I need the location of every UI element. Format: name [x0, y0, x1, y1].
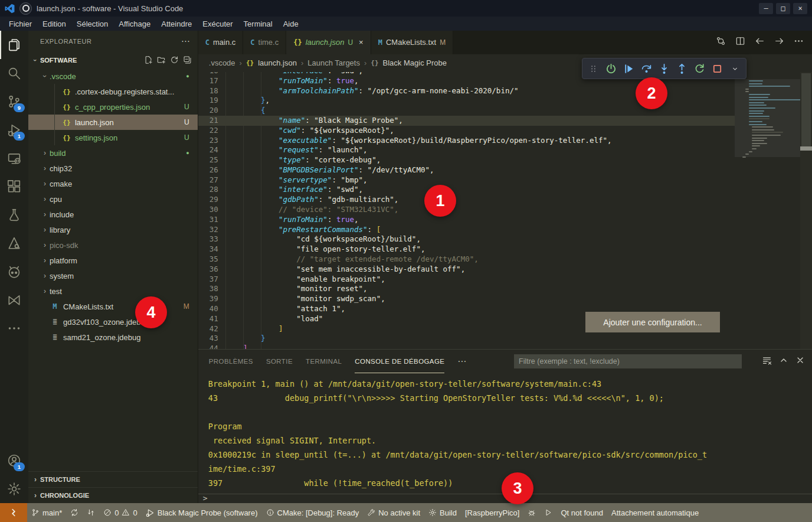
- status-main[interactable]: main*: [27, 508, 66, 517]
- tree-item-library[interactable]: ›library: [28, 222, 198, 237]
- activity-cmake[interactable]: [0, 229, 28, 257]
- chevron-up-button[interactable]: [779, 355, 788, 367]
- debug-step-over-button[interactable]: [639, 60, 654, 77]
- code-line-21[interactable]: 21 "name": "Black Magic Probe",: [198, 116, 735, 126]
- activity-remote-explorer[interactable]: [0, 144, 28, 172]
- tree-item-cmake[interactable]: ›cmake: [28, 176, 198, 191]
- new-folder-button[interactable]: [157, 56, 166, 66]
- menu-terminal[interactable]: Terminal: [238, 19, 278, 28]
- menu-aide[interactable]: Aide: [278, 19, 304, 28]
- panel-tab-proble-mes[interactable]: PROBLÈMES: [209, 350, 253, 373]
- code-line-39[interactable]: 39 "monitor swdp_scan",: [198, 294, 735, 304]
- status-play[interactable]: [540, 508, 556, 517]
- menu-se-lection[interactable]: Sélection: [71, 19, 113, 28]
- remote-indicator[interactable]: [0, 503, 27, 522]
- status-attachement-automatique[interactable]: Attachement automatique: [607, 508, 703, 517]
- tab-time-c[interactable]: Ctime.c: [243, 31, 286, 54]
- status-bug[interactable]: [523, 508, 540, 517]
- menu-fichier[interactable]: Fichier: [4, 19, 37, 28]
- code-line-22[interactable]: 22 "cwd": "${workspaceRoot}",: [198, 126, 735, 136]
- tree-item-cpu[interactable]: ›cpu: [28, 191, 198, 207]
- code-line-44[interactable]: 44 ]: [198, 344, 735, 349]
- tab-launch-json[interactable]: {}launch.jsonU×: [286, 31, 371, 54]
- tree-item-chip32[interactable]: ›chip32: [28, 161, 198, 176]
- add-configuration-button[interactable]: Ajouter une configuration...: [585, 312, 720, 332]
- menu-exe-cuter[interactable]: Exécuter: [197, 19, 238, 28]
- breadcrumb-item-vscode[interactable]: .vscode: [209, 58, 235, 67]
- tree-item-vscode[interactable]: ›.vscode●: [28, 68, 198, 84]
- tab-main-c[interactable]: Cmain.c: [198, 31, 244, 54]
- code-line-31[interactable]: 31 "runToMain": true,: [198, 215, 735, 225]
- debug-dropdown-button[interactable]: [727, 60, 743, 77]
- problems-status[interactable]: 00: [99, 508, 141, 517]
- section-chronologie[interactable]: ›CHRONOLOGIE: [28, 487, 198, 503]
- new-file-button[interactable]: [144, 56, 153, 66]
- debug-drag-grip-button[interactable]: [585, 60, 601, 77]
- status-qt-not-found[interactable]: Qt not found: [556, 508, 607, 517]
- sidebar-more-icon[interactable]: ⋯: [181, 36, 191, 47]
- tab-cmakelists-txt[interactable]: MCMakeLists.txtM: [371, 31, 453, 54]
- status-sync[interactable]: [66, 508, 83, 517]
- activity-run-debug[interactable]: 1: [0, 116, 28, 144]
- code-line-26[interactable]: 26 "BMPGDBSerialPort": "/dev/ttyACM0",: [198, 165, 735, 175]
- open-changes-button[interactable]: [716, 36, 726, 48]
- section-structure[interactable]: ›STRUCTURE: [28, 471, 198, 487]
- debug-step-into-button[interactable]: [656, 60, 672, 77]
- tree-item-pico-sdk[interactable]: ›pico-sdk: [28, 237, 198, 253]
- code-line-25[interactable]: 25 "type": "cortex-debug",: [198, 155, 735, 165]
- minimize-button[interactable]: –: [759, 3, 773, 14]
- maximize-button[interactable]: □: [776, 3, 790, 14]
- activity-more[interactable]: [0, 314, 28, 342]
- menu-affichage[interactable]: Affichage: [113, 19, 156, 28]
- status-compare-changes[interactable]: [83, 508, 99, 517]
- close-x-button[interactable]: [795, 355, 805, 367]
- panel-more-icon[interactable]: ⋯: [457, 356, 467, 367]
- clear-console-button[interactable]: [762, 355, 772, 368]
- activity-visual-studio[interactable]: [0, 286, 28, 314]
- tree-item-launch-json[interactable]: {}launch.jsonU: [28, 115, 198, 130]
- menu-edition[interactable]: Edition: [37, 19, 71, 28]
- activity-platformio[interactable]: [0, 257, 28, 286]
- tree-item-platform[interactable]: ›platform: [28, 253, 198, 268]
- code-line-43[interactable]: 43 }: [198, 334, 735, 344]
- tree-item-cmakelists-txt[interactable]: MCMakeLists.txtM: [28, 299, 198, 314]
- debug-stop-button[interactable]: [709, 60, 725, 77]
- split-editor-button[interactable]: [735, 36, 745, 48]
- tree-item-c-cpp-properties-json[interactable]: {}c_cpp_properties.jsonU: [28, 99, 198, 115]
- status-build[interactable]: Build: [424, 508, 461, 517]
- tree-item-test[interactable]: ›test: [28, 283, 198, 299]
- code-line-34[interactable]: 34 "file open-story-teller.elf",: [198, 244, 735, 255]
- tree-item-build[interactable]: ›build●: [28, 145, 198, 161]
- code-line-33[interactable]: 33 "cd ${workspaceRoot}/build",: [198, 234, 735, 244]
- debug-start-button[interactable]: [603, 60, 619, 77]
- section-software[interactable]: › SOFTWARE: [28, 52, 198, 68]
- activity-accounts[interactable]: 1: [0, 446, 28, 475]
- refresh-button[interactable]: [170, 56, 179, 66]
- code-line-37[interactable]: 37 "enable breakpoint",: [198, 275, 735, 285]
- status-no-active-kit[interactable]: No active kit: [363, 508, 424, 517]
- code-line-30[interactable]: 30 // "device": "STM32L431VC",: [198, 205, 735, 215]
- activity-settings[interactable]: [0, 475, 28, 503]
- activity-explorer[interactable]: [0, 31, 28, 59]
- minimap[interactable]: [735, 72, 800, 349]
- code-line-32[interactable]: 32 "preRestartCommands": [: [198, 225, 735, 235]
- code-line-35[interactable]: 35 // "target extended-remote /dev/ttyAC…: [198, 255, 735, 265]
- debug-step-out-button[interactable]: [674, 60, 690, 77]
- tree-item-gd32vf103-ozone-jdebug[interactable]: ≣gd32vf103_ozone.jdebug: [28, 314, 198, 329]
- code-line-24[interactable]: 24 "request": "launch",: [198, 145, 735, 155]
- tree-item-include[interactable]: ›include: [28, 207, 198, 222]
- activity-testing[interactable]: [0, 201, 28, 229]
- breadcrumb-item-launch-targets[interactable]: Launch Targets: [307, 58, 360, 67]
- tree-item-cortex-debug-registers-stat[interactable]: {}.cortex-debug.registers.stat...: [28, 84, 198, 99]
- status-black-magic-probe-software[interactable]: Black Magic Probe (software): [142, 508, 262, 517]
- activity-source-control[interactable]: 9: [0, 87, 28, 116]
- arrow-right-button[interactable]: [774, 36, 784, 48]
- breadcrumb-item-launch-json[interactable]: launch.json: [258, 58, 297, 67]
- menu-atteindre[interactable]: Atteindre: [156, 19, 197, 28]
- code-line-23[interactable]: 23 "executable": "${workspaceRoot}/build…: [198, 136, 735, 146]
- status-cmake-debug-ready[interactable]: CMake: [Debug]: Ready: [262, 508, 364, 517]
- panel-tab-console-de-de-bogage[interactable]: CONSOLE DE DÉBOGAGE: [355, 350, 444, 373]
- console-filter-input[interactable]: [514, 354, 742, 368]
- tree-item-samd21-ozone-jdebug[interactable]: ≣samd21_ozone.jdebug: [28, 329, 198, 345]
- tree-item-settings-json[interactable]: {}settings.jsonU: [28, 130, 198, 145]
